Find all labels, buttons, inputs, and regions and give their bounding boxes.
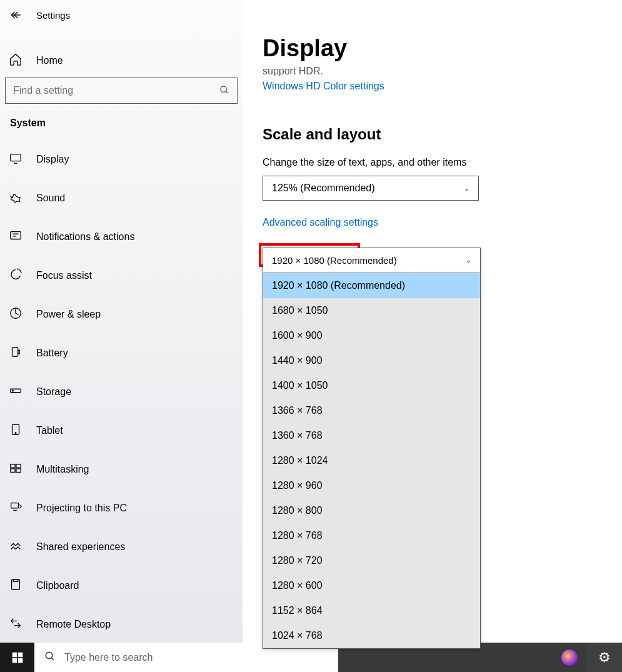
home-icon bbox=[9, 53, 23, 69]
sidebar-item-label: Focus assist bbox=[36, 270, 92, 281]
hdr-settings-link[interactable]: Windows HD Color settings bbox=[263, 81, 622, 92]
sidebar-item-label: Home bbox=[36, 55, 63, 66]
sidebar-item-label: Sound bbox=[36, 193, 65, 204]
resolution-option[interactable]: 1440 × 900 bbox=[263, 348, 480, 373]
resolution-option[interactable]: 1280 × 720 bbox=[263, 548, 480, 573]
sidebar-item-notifications-actions[interactable]: Notifications & actions bbox=[0, 218, 243, 256]
svg-rect-4 bbox=[13, 348, 18, 357]
nav-icon bbox=[9, 384, 23, 400]
gear-icon: ⚙ bbox=[598, 649, 611, 666]
scale-section-title: Scale and layout bbox=[263, 126, 622, 143]
svg-rect-16 bbox=[13, 579, 18, 582]
resolution-dropdown[interactable]: 1920 × 1080 (Recommended) ⌄ 1920 × 1080 … bbox=[263, 248, 481, 649]
resolution-option[interactable]: 1280 × 768 bbox=[263, 523, 480, 548]
nav-icon bbox=[9, 306, 23, 323]
resolution-option[interactable]: 1280 × 600 bbox=[263, 573, 480, 598]
search-icon bbox=[219, 85, 229, 97]
resolution-option[interactable]: 1280 × 1024 bbox=[263, 448, 480, 473]
nav-icon bbox=[9, 345, 23, 361]
nav-icon bbox=[9, 578, 23, 594]
page-title: Display bbox=[263, 35, 622, 62]
settings-tray-icon[interactable]: ⚙ bbox=[587, 643, 622, 672]
resolution-option[interactable]: 1366 × 768 bbox=[263, 398, 480, 423]
sidebar-item-label: Storage bbox=[36, 386, 71, 398]
svg-rect-1 bbox=[11, 154, 21, 161]
sidebar-item-display[interactable]: Display bbox=[0, 140, 243, 179]
sidebar-item-label: Tablet bbox=[36, 425, 63, 436]
svg-point-7 bbox=[13, 390, 14, 391]
nav-icon bbox=[9, 500, 23, 516]
svg-rect-13 bbox=[16, 469, 21, 473]
resolution-option[interactable]: 1400 × 1050 bbox=[263, 373, 480, 398]
svg-rect-17 bbox=[12, 652, 17, 657]
nav-icon bbox=[9, 616, 23, 633]
resolution-option[interactable]: 1280 × 800 bbox=[263, 498, 480, 523]
nav-icon bbox=[9, 268, 23, 284]
nav-icon bbox=[9, 539, 23, 555]
chevron-down-icon: ⌄ bbox=[464, 184, 469, 193]
resolution-select[interactable]: 1920 × 1080 (Recommended) ⌄ bbox=[263, 248, 480, 273]
sidebar-item-label: Shared experiences bbox=[36, 541, 125, 553]
window-title: Settings bbox=[36, 10, 70, 21]
svg-rect-18 bbox=[18, 652, 23, 657]
resolution-option[interactable]: 1600 × 900 bbox=[263, 323, 480, 348]
svg-rect-14 bbox=[11, 503, 19, 508]
search-icon bbox=[44, 651, 56, 664]
sidebar-item-shared-experiences[interactable]: Shared experiences bbox=[0, 528, 243, 566]
resolution-option[interactable]: 1152 × 864 bbox=[263, 598, 480, 623]
svg-rect-15 bbox=[12, 579, 20, 590]
sidebar: Settings Home System DisplaySoundNotific… bbox=[0, 0, 243, 643]
sidebar-item-label: Projecting to this PC bbox=[36, 503, 127, 514]
nav-icon bbox=[9, 461, 23, 478]
taskbar-search-placeholder: Type here to search bbox=[64, 652, 153, 663]
nav-icon bbox=[9, 229, 23, 245]
resolution-value: 1920 × 1080 (Recommended) bbox=[272, 255, 397, 266]
scale-label: Change the size of text, apps, and other… bbox=[263, 157, 622, 168]
svg-point-9 bbox=[15, 433, 16, 434]
sidebar-item-label: Display bbox=[36, 154, 69, 165]
sidebar-item-power-sleep[interactable]: Power & sleep bbox=[0, 295, 243, 334]
sidebar-item-label: Clipboard bbox=[36, 580, 79, 591]
sidebar-item-focus-assist[interactable]: Focus assist bbox=[0, 256, 243, 295]
scale-select[interactable]: 125% (Recommended) ⌄ bbox=[263, 176, 479, 201]
sidebar-item-battery[interactable]: Battery bbox=[0, 334, 243, 373]
sidebar-item-multitasking[interactable]: Multitasking bbox=[0, 450, 243, 489]
scale-value: 125% (Recommended) bbox=[272, 183, 375, 194]
svg-rect-19 bbox=[12, 658, 17, 663]
resolution-option[interactable]: 1920 × 1080 (Recommended) bbox=[263, 273, 480, 298]
sidebar-item-label: Remote Desktop bbox=[36, 619, 111, 630]
sidebar-item-remote-desktop[interactable]: Remote Desktop bbox=[0, 605, 243, 643]
sidebar-item-tablet[interactable]: Tablet bbox=[0, 411, 243, 450]
svg-rect-20 bbox=[18, 658, 23, 663]
svg-rect-11 bbox=[16, 464, 21, 468]
resolution-option[interactable]: 1280 × 960 bbox=[263, 473, 480, 498]
svg-point-0 bbox=[221, 86, 226, 92]
chevron-down-icon: ⌄ bbox=[466, 256, 471, 264]
svg-rect-2 bbox=[11, 232, 21, 239]
start-button[interactable] bbox=[0, 643, 34, 672]
sidebar-section-label: System bbox=[0, 118, 243, 140]
sidebar-item-label: Power & sleep bbox=[36, 309, 101, 320]
sidebar-search[interactable] bbox=[5, 78, 238, 104]
main-content: Display support HDR. Windows HD Color se… bbox=[243, 0, 622, 643]
sidebar-item-storage[interactable]: Storage bbox=[0, 373, 243, 411]
firefox-icon[interactable] bbox=[552, 643, 587, 672]
resolution-option[interactable]: 1024 × 768 bbox=[263, 623, 480, 648]
hdr-text: support HDR. bbox=[263, 66, 622, 77]
sidebar-item-clipboard[interactable]: Clipboard bbox=[0, 566, 243, 605]
sidebar-item-sound[interactable]: Sound bbox=[0, 179, 243, 218]
sidebar-item-label: Multitasking bbox=[36, 464, 89, 475]
resolution-option[interactable]: 1680 × 1050 bbox=[263, 298, 480, 323]
svg-rect-12 bbox=[11, 469, 15, 473]
sidebar-item-home[interactable]: Home bbox=[0, 44, 243, 78]
sidebar-item-label: Battery bbox=[36, 348, 68, 359]
nav-icon bbox=[9, 190, 23, 206]
advanced-scaling-link[interactable]: Advanced scaling settings bbox=[263, 217, 622, 228]
search-input[interactable] bbox=[13, 85, 219, 96]
resolution-option[interactable]: 1360 × 768 bbox=[263, 423, 480, 448]
svg-point-21 bbox=[46, 652, 53, 659]
back-icon[interactable] bbox=[10, 9, 23, 21]
svg-rect-5 bbox=[18, 350, 20, 354]
sidebar-item-projecting-to-this-pc[interactable]: Projecting to this PC bbox=[0, 489, 243, 528]
nav-icon bbox=[9, 423, 23, 439]
